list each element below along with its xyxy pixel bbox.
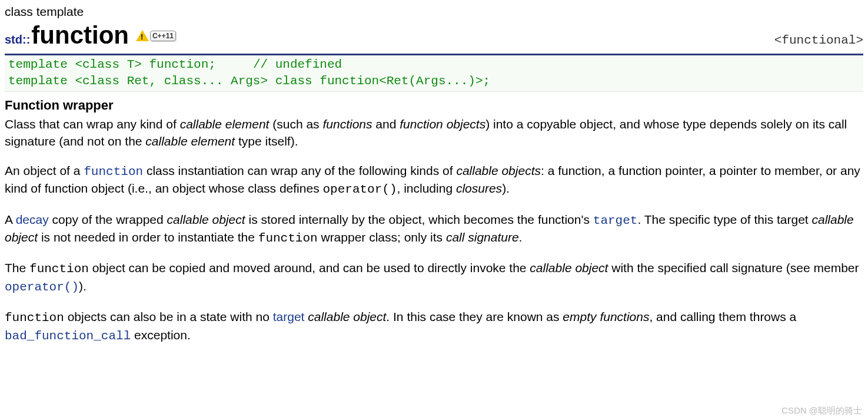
decl-line-1-comment: // undefined <box>253 58 342 71</box>
text: A <box>5 213 16 226</box>
page-title: function <box>31 19 129 52</box>
text: copy of the wrapped <box>49 213 167 226</box>
text: The <box>5 261 29 275</box>
term-empty-functions: empty functions <box>563 310 649 323</box>
text: . <box>519 230 523 244</box>
paragraph-3: A decay copy of the wrapped callable obj… <box>5 211 863 247</box>
link-bad-function-call[interactable]: bad_function_call <box>5 329 131 343</box>
text: . In this case they are known as <box>386 310 563 323</box>
text: object can be copied and moved around, a… <box>89 261 530 275</box>
link-operator-call[interactable]: operator() <box>5 280 79 294</box>
text: objects can also be in a state with no <box>64 310 273 323</box>
term-callable-objects: callable objects <box>456 164 541 177</box>
declaration-block: template <class T> function; // undefine… <box>5 55 863 92</box>
cpp11-badge: C++11 <box>136 30 176 41</box>
paragraph-5: function objects can also be in a state … <box>5 309 863 345</box>
text: . The specific type of this target <box>637 213 812 226</box>
term-callable-object: callable object <box>167 213 245 226</box>
paragraph-4: The function object can be copied and mo… <box>5 260 863 296</box>
text: ). <box>79 279 87 293</box>
text: wrapper class; only its <box>318 230 446 244</box>
text: is stored internally by the object, whic… <box>245 213 593 226</box>
code-function: function <box>29 262 89 276</box>
paragraph-1: Class that can wrap any kind of callable… <box>5 116 863 150</box>
text: exception. <box>131 328 191 342</box>
term-callable-element: callable element <box>145 134 235 148</box>
decl-line-2: template <class Ret, class... Args> clas… <box>8 74 490 88</box>
term-closures: closures <box>456 181 502 195</box>
term-function-objects: function objects <box>400 117 485 131</box>
term-callable-object: callable object <box>308 310 386 323</box>
link-target[interactable]: target <box>593 214 638 227</box>
text: and <box>373 117 400 131</box>
section-heading: Function wrapper <box>5 97 863 114</box>
text: , and calling them throws a <box>649 310 796 323</box>
text: with the specified call signature (see m… <box>608 261 859 275</box>
code-operator-call: operator() <box>322 183 397 196</box>
term-callable-object: callable object <box>530 261 608 275</box>
text: type itself). <box>235 134 298 148</box>
kind-label: class template <box>5 4 863 20</box>
term-callable-element: callable element <box>180 117 270 131</box>
link-function[interactable]: function <box>84 165 143 178</box>
link-target[interactable]: target <box>273 310 305 323</box>
decl-line-1-code: template <class T> function; <box>8 58 216 71</box>
title-row: std:: function C++11 <functional> <box>5 19 863 55</box>
text: An object of a <box>5 164 84 177</box>
code-function: function <box>5 311 64 325</box>
text: , including <box>397 181 456 195</box>
namespace-prefix: std:: <box>5 32 30 48</box>
text: (such as <box>269 117 322 131</box>
text: class instantiation can wrap any of the … <box>143 164 456 177</box>
header-file: <functional> <box>774 32 863 49</box>
link-decay[interactable]: decay <box>16 213 49 226</box>
paragraph-2: An object of a function class instantiat… <box>5 163 863 199</box>
warning-icon <box>136 30 149 41</box>
text: is not needed in order to instantiate th… <box>38 230 258 244</box>
term-functions: functions <box>322 117 372 131</box>
code-function: function <box>258 232 318 245</box>
text: Class that can wrap any kind of <box>5 117 180 131</box>
term-call-signature: call signature <box>446 230 519 244</box>
text: ). <box>502 181 510 195</box>
standard-badge-label: C++11 <box>150 31 176 41</box>
